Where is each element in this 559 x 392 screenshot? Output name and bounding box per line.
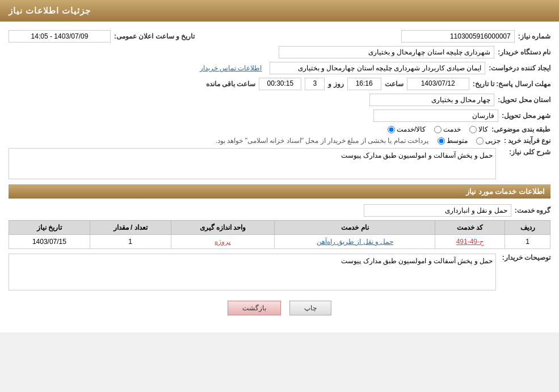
table-cell: 1: [505, 235, 550, 249]
sharh-koli-label: شرح کلی نیاز:: [499, 148, 550, 156]
shomara-niaz-label: شماره نیاز:: [518, 32, 550, 40]
mohlat-label: مهلت ارسال پاسخ: تا تاریخ:: [473, 80, 550, 88]
row-tabaqe: طبقه بندی موضوعی: کالا خدمت کالا/خدمت: [9, 125, 550, 133]
row-sharh: شرح کلی نیاز: حمل و پخش آسفالت و امولسیو…: [9, 148, 550, 181]
ijad-konande-value: ایمان صیادی کاربردار شهرداری چلیچه استان…: [270, 62, 485, 74]
ostan-tahvil-value: چهار محال و بختیاری: [369, 94, 494, 106]
radio-khedmat[interactable]: [434, 126, 442, 133]
col-code: کد خدمت: [435, 221, 505, 235]
content-area: شماره نیاز: 1103005916000007 تاریخ و ساع…: [0, 22, 559, 332]
goroh-label: گروه خدمت:: [515, 206, 550, 214]
farayand-text: پرداخت تمام یا بخشی از مبلغ خریدار از مح…: [216, 137, 428, 145]
page-wrapper: جزئیات اطلاعات نیاز شماره نیاز: 11030059…: [0, 0, 559, 332]
row-tosaif: توصیحات خریدار: حمل و پخش آسفالت و امولس…: [9, 254, 550, 292]
col-unit: واحد اندازه گیری: [171, 221, 275, 235]
farayand-radio-group: جزیی متوسط: [438, 137, 501, 145]
khadamat-section-title: اطلاعات خدمات مورد نیاز: [9, 184, 550, 199]
header-title: جزئیات اطلاعات نیاز: [9, 6, 91, 15]
mohlat-baghimande: 00:30:15: [259, 78, 301, 90]
ijad-konande-label: ایجاد کننده درخواست:: [489, 64, 550, 72]
shahr-tahvil-value: فارسان: [373, 109, 498, 122]
radio-kala[interactable]: [469, 126, 477, 133]
tabaqe-label: طبقه بندی موضوعی:: [491, 125, 550, 133]
row-mohlat: مهلت ارسال پاسخ: تا تاریخ: 1403/07/12 سا…: [9, 78, 550, 90]
radio-khedmat-item[interactable]: خدمت: [434, 125, 461, 133]
tosaif-textarea[interactable]: [9, 254, 496, 290]
goroh-value: حمل و نقل و انبارداری: [364, 204, 511, 217]
mohlat-saat-label: ساعت: [385, 80, 404, 88]
row-farayand: نوع فرآیند خرید : جزیی متوسط پرداخت تمام…: [9, 137, 550, 145]
row-goroh: گروه خدمت: حمل و نقل و انبارداری: [9, 204, 550, 217]
row-ijad: ایجاد کننده درخواست: ایمان صیادی کاربردا…: [9, 62, 550, 74]
radio-jozvi[interactable]: [476, 137, 484, 145]
radio-kala-khedmat[interactable]: [388, 126, 395, 133]
radio-jozvi-item[interactable]: جزیی: [476, 137, 501, 145]
row-namdastgah: نام دستگاه خریدار: شهرداری چلیچه استان چ…: [9, 46, 550, 58]
tabaqe-radio-group: کالا خدمت کالا/خدمت: [388, 125, 488, 133]
row-shahr: شهر محل تحویل: فارسان: [9, 109, 550, 122]
shomara-niaz-value: 1103005916000007: [401, 30, 515, 43]
mohlat-roz-value: 3: [305, 78, 325, 90]
radio-kala-khedmat-label: کالا/خدمت: [397, 125, 426, 133]
mohlat-baghimande-label: ساعت باقی مانده: [206, 80, 256, 88]
radio-jozvi-label: جزیی: [485, 137, 501, 145]
khadamat-table: ردیف کد خدمت نام خدمت واحد اندازه گیری ت…: [9, 220, 550, 249]
radio-khedmat-label: خدمت: [443, 125, 461, 133]
sharh-koli-textarea[interactable]: [9, 148, 496, 179]
ostan-tahvil-label: استان محل تحویل:: [498, 96, 550, 104]
row-shomara: شماره نیاز: 1103005916000007 تاریخ و ساع…: [9, 30, 550, 43]
page-header: جزئیات اطلاعات نیاز: [0, 0, 559, 22]
ettelaat-tamas-link[interactable]: اطلاعات تماس خریدار: [200, 64, 262, 72]
table-cell: حمل و نقل از طریق راه‌آهن: [275, 235, 435, 249]
table-cell: پروژه: [171, 235, 275, 249]
col-name: نام خدمت: [275, 221, 435, 235]
shahr-tahvil-label: شهر محل تحویل:: [502, 112, 550, 120]
col-radif: ردیف: [505, 221, 550, 235]
radio-motavaset-item[interactable]: متوسط: [438, 137, 468, 145]
radio-kala-khedmat-item[interactable]: کالا/خدمت: [388, 125, 426, 133]
tarikhe-elaan-value: 1403/07/09 - 14:05: [9, 30, 111, 43]
tarikhe-elaan-label: تاریخ و ساعت اعلان عمومی:: [114, 32, 195, 40]
table-cell: 1: [90, 235, 171, 249]
col-date: تاریخ نیاز: [9, 221, 90, 235]
mohlat-date: 1403/07/12: [407, 78, 469, 90]
namdastgah-label: نام دستگاه خریدار:: [498, 48, 550, 56]
radio-motavaset[interactable]: [438, 137, 445, 145]
radio-kala-item[interactable]: کالا: [469, 125, 488, 133]
mohlat-roz-label: روز و: [328, 80, 343, 88]
table-row: 1ح-49-491حمل و نقل از طریق راه‌آهنپروژه1…: [9, 235, 550, 249]
print-button[interactable]: چاپ: [289, 301, 331, 315]
radio-kala-label: کالا: [478, 125, 488, 133]
tosaif-label: توصیحات خریدار:: [499, 254, 550, 262]
col-count: تعداد / مقدار: [90, 221, 171, 235]
back-button[interactable]: بازگشت: [228, 301, 281, 315]
radio-motavaset-label: متوسط: [447, 137, 468, 145]
namdastgah-value: شهرداری چلیچه استان چهارمحال و بختیاری: [279, 46, 494, 58]
button-row: چاپ بازگشت: [9, 301, 550, 324]
farayand-label: نوع فرآیند خرید :: [504, 137, 550, 145]
table-cell: 1403/07/15: [9, 235, 90, 249]
mohlat-saat: 16:16: [347, 78, 381, 90]
row-ostan: استان محل تحویل: چهار محال و بختیاری: [9, 94, 550, 106]
table-cell: ح-49-491: [435, 235, 505, 249]
